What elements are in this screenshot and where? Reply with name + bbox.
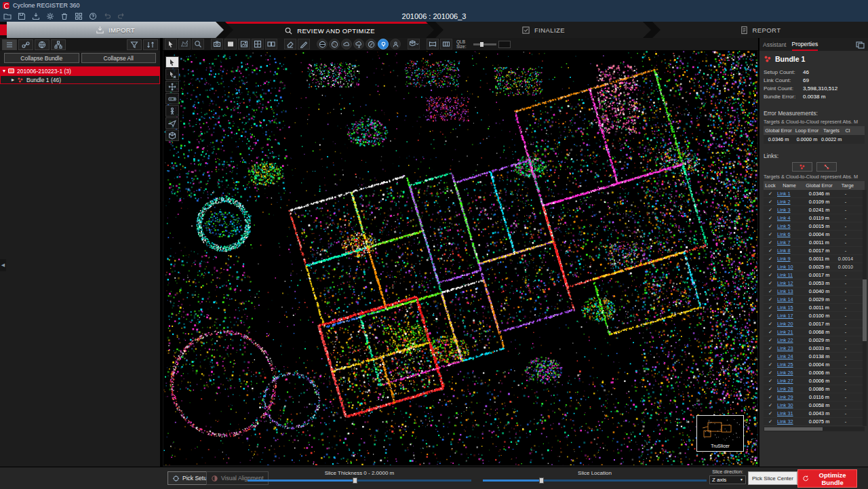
link-name[interactable]: Link 17 — [777, 313, 802, 319]
lock-check-icon[interactable] — [764, 288, 777, 294]
link-row[interactable]: Link 6 0.0004 m - — [764, 231, 865, 239]
link-name[interactable]: Link 20 — [777, 321, 802, 327]
link-row[interactable]: Link 15 0.0011 m - — [764, 304, 865, 312]
link-name[interactable]: Link 21 — [777, 329, 802, 335]
link-name[interactable]: Link 2 — [777, 199, 802, 205]
pan-tool-icon[interactable] — [165, 81, 179, 92]
slice-direction-select[interactable]: Z axis ▼ — [709, 475, 746, 484]
link-row[interactable]: Link 20 0.0017 m - — [764, 320, 865, 328]
link-row[interactable]: Link 7 0.0011 m - — [764, 239, 865, 247]
cloud-density-icon[interactable] — [353, 39, 364, 50]
link-row[interactable]: Link 24 0.0138 m - — [764, 353, 865, 361]
link-name[interactable]: Link 25 — [777, 361, 802, 368]
lock-check-icon[interactable] — [764, 207, 777, 213]
filter-icon[interactable] — [127, 39, 142, 50]
lock-check-icon[interactable] — [764, 345, 777, 351]
lock-check-icon[interactable] — [764, 321, 777, 327]
step-review-and-optimize[interactable]: REVIEW AND OPTIMIZE — [225, 22, 434, 38]
link-row[interactable]: Link 11 0.0017 m - — [764, 271, 865, 279]
zoom-window-icon[interactable] — [192, 39, 204, 50]
annotate-icon[interactable] — [298, 39, 310, 50]
tree-item-bundle[interactable]: ▸ Bundle 1 (46) — [0, 75, 160, 84]
zoom-tool-icon[interactable] — [165, 93, 179, 104]
link-name[interactable]: Link 23 — [777, 345, 802, 351]
link-name[interactable]: Link 22 — [777, 337, 802, 343]
lock-check-icon[interactable] — [764, 394, 777, 400]
hierarchy-tab-icon[interactable] — [51, 39, 66, 50]
qlb-size-slider[interactable] — [473, 43, 496, 45]
lock-check-icon[interactable] — [764, 418, 777, 425]
lock-check-icon[interactable] — [764, 272, 777, 278]
link-name[interactable]: Link 9 — [777, 256, 802, 262]
link-row[interactable]: Link 5 0.0015 m - — [764, 222, 865, 231]
link-name[interactable]: Link 24 — [777, 353, 802, 359]
link-row[interactable]: Link 28 0.0086 m - — [764, 385, 865, 393]
pano-right-icon[interactable] — [440, 39, 452, 50]
pano-left-icon[interactable] — [427, 39, 439, 50]
sphere-view-icon[interactable] — [317, 39, 328, 50]
lock-check-icon[interactable] — [764, 329, 777, 335]
lock-check-icon[interactable] — [764, 305, 777, 311]
link-row[interactable]: Link 29 0.0116 m - — [764, 393, 865, 402]
eraser-icon[interactable] — [284, 39, 296, 50]
optimize-bundle-button[interactable]: Optimize Bundle — [797, 469, 857, 488]
link-row[interactable]: Link 9 0.0011 m 0.0014 — [764, 255, 865, 263]
truslicer-panel[interactable]: TruSlicer — [696, 415, 744, 452]
link-row[interactable]: Link 12 0.0053 m - — [764, 279, 865, 288]
link-name[interactable]: Link 3 — [777, 207, 802, 213]
pointcloud-canvas[interactable] — [163, 51, 757, 465]
link-row[interactable]: Link 31 0.0043 m - — [764, 410, 865, 418]
link-row[interactable]: Link 3 0.0241 m - — [764, 206, 865, 214]
fly-tool-icon[interactable] — [165, 117, 179, 129]
link-row[interactable]: Link 4 0.0119 m - — [764, 214, 865, 222]
link-name[interactable]: Link 7 — [777, 239, 802, 246]
lock-check-icon[interactable] — [764, 410, 777, 416]
slice-location-handle[interactable] — [539, 477, 544, 484]
scans-list-tab-icon[interactable] — [2, 39, 17, 50]
link-name[interactable]: Link 11 — [777, 272, 802, 278]
collapse-bundle-button[interactable]: Collapse Bundle — [4, 53, 79, 63]
deselect-tool-icon[interactable] — [165, 69, 179, 80]
tab-properties[interactable]: Properties — [792, 38, 818, 51]
link-row[interactable]: Link 30 0.0058 m - — [764, 402, 865, 410]
link-name[interactable]: Link 32 — [777, 418, 802, 425]
link-name[interactable]: Link 1 — [777, 191, 802, 197]
link-name[interactable]: Link 13 — [777, 288, 802, 294]
camera-icon[interactable] — [211, 39, 223, 50]
link-name[interactable]: Link 29 — [777, 394, 802, 400]
walk-tool-icon[interactable] — [165, 105, 179, 117]
slice-location-slider[interactable]: Slice Location — [483, 470, 707, 482]
lock-check-icon[interactable] — [764, 402, 777, 408]
slice-thickness-handle[interactable] — [353, 477, 357, 484]
pencil-circle-icon[interactable] — [366, 39, 376, 50]
link-row[interactable]: Link 21 0.0068 m - — [764, 328, 865, 336]
tree-item-project[interactable]: ▾ 201006-210223-1 (3) — [0, 66, 160, 75]
lock-check-icon[interactable] — [764, 313, 777, 319]
tab-assistant[interactable]: Assistant — [763, 38, 787, 51]
lock-check-icon[interactable] — [764, 386, 777, 392]
lock-check-icon[interactable] — [764, 239, 777, 246]
avatar-icon[interactable] — [390, 39, 401, 50]
links-tab-icon[interactable] — [18, 39, 33, 50]
orbit-cube-icon[interactable] — [165, 130, 179, 141]
lock-check-icon[interactable] — [764, 191, 777, 197]
panel-layout-icon[interactable] — [856, 41, 865, 49]
lock-check-icon[interactable] — [764, 223, 777, 229]
lock-check-icon[interactable] — [764, 199, 777, 205]
lamp-icon[interactable] — [378, 39, 389, 50]
grid-view-icon[interactable] — [252, 39, 264, 50]
link-row[interactable]: Link 32 0.0075 m - — [764, 418, 865, 426]
step-report[interactable]: REPORT — [652, 22, 868, 38]
lock-check-icon[interactable] — [764, 256, 777, 262]
link-name[interactable]: Link 27 — [777, 378, 802, 384]
snapshot-icon[interactable] — [224, 39, 237, 50]
links-vertical-scrollbar[interactable] — [863, 190, 867, 426]
link-row[interactable]: Link 2 0.0109 m - — [764, 198, 865, 206]
link-row[interactable]: Link 23 0.0033 m - — [764, 345, 865, 353]
link-name[interactable]: Link 26 — [777, 370, 802, 376]
lock-check-icon[interactable] — [764, 378, 777, 384]
link-name[interactable]: Link 30 — [777, 402, 802, 408]
step-finalize[interactable]: FINALIZE — [435, 22, 651, 38]
lock-check-icon[interactable] — [764, 215, 777, 221]
select-cursor-icon[interactable] — [165, 39, 177, 50]
